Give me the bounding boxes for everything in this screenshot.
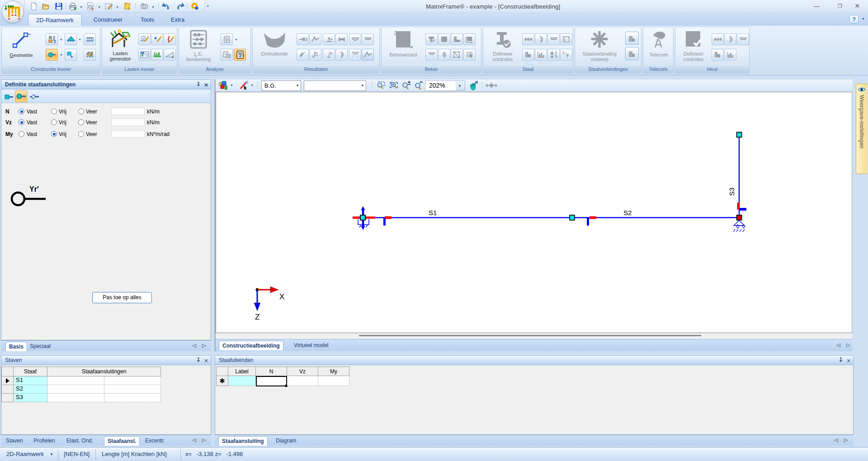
svg-text:Z: Z <box>255 313 259 321</box>
svg-text:Yr': Yr' <box>29 185 39 193</box>
svg-text:I: I <box>564 37 566 42</box>
svg-text:I: I <box>563 51 564 56</box>
svg-text:?: ? <box>238 52 242 59</box>
svg-text:S3: S3 <box>728 188 736 196</box>
svg-text:S2: S2 <box>623 209 632 216</box>
svg-text:S1: S1 <box>429 209 437 216</box>
svg-text:X: X <box>279 292 284 301</box>
